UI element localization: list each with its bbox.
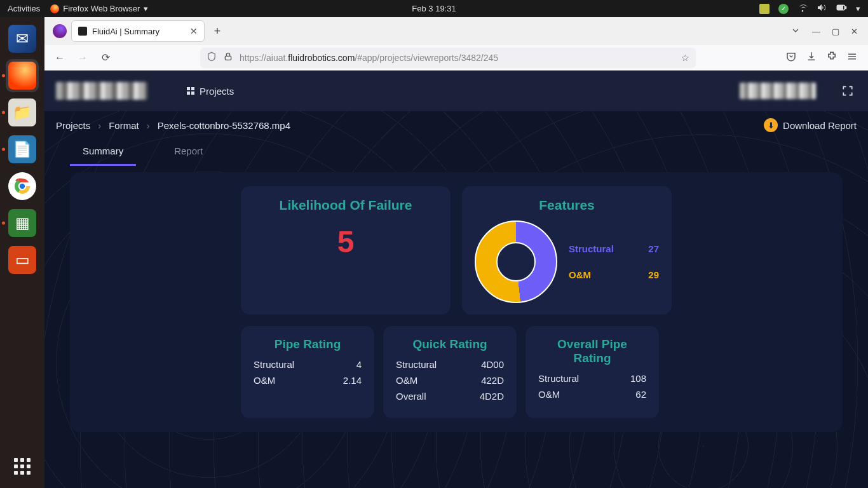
nav-projects[interactable]: Projects (187, 86, 234, 97)
close-window-icon[interactable]: ✕ (851, 27, 858, 36)
downloads-icon[interactable] (806, 51, 817, 65)
clock[interactable]: Feb 3 19:31 (412, 4, 456, 13)
pr-om-label: O&M (254, 375, 275, 386)
svg-rect-2 (838, 6, 843, 10)
grid-icon (187, 87, 194, 95)
tab-summary[interactable]: Summary (70, 139, 136, 166)
pocket-icon[interactable] (785, 51, 797, 65)
qr-om-value: 422D (481, 375, 504, 386)
qr-structural-label: Structural (396, 359, 437, 370)
nav-projects-label: Projects (200, 86, 234, 97)
lock-icon[interactable] (223, 51, 233, 64)
bookmark-star-icon[interactable]: ☆ (681, 53, 689, 63)
list-tabs-icon[interactable] (790, 25, 801, 37)
features-legend: Structural 27 O&M 29 (569, 243, 659, 280)
overall-rating-title: Overall Pipe Rating (538, 337, 646, 365)
shield-icon[interactable] (207, 51, 217, 64)
svg-rect-9 (848, 58, 856, 60)
tab-strip: FluidAi | Summary ✕ + — ▢ ✕ (44, 17, 868, 45)
likelihood-title: Likelihood Of Failure (254, 198, 438, 213)
chevron-right-icon: › (98, 120, 101, 131)
crumb-projects[interactable]: Projects (56, 120, 90, 131)
legend-structural-value: 27 (648, 243, 659, 254)
ubuntu-dock: ✉ 📁 📄 ▦ ▭ (0, 17, 44, 488)
activities-button[interactable]: Activities (8, 4, 40, 13)
volume-icon[interactable] (817, 3, 827, 15)
breadcrumb: Projects › Format › Pexels-cottonbro-553… (44, 111, 868, 139)
qr-om-label: O&M (396, 375, 417, 386)
page-tabs: Summary Report (44, 139, 868, 166)
extensions-icon[interactable] (826, 51, 837, 65)
legend-om-label: O&M (569, 269, 591, 280)
browser-tab[interactable]: FluidAi | Summary ✕ (71, 20, 205, 42)
svg-rect-7 (848, 53, 856, 55)
app-viewport: Projects Projects › Format › Pexels-cott… (44, 71, 868, 488)
dock-firefox[interactable] (6, 59, 39, 92)
pipe-rating-title: Pipe Rating (254, 337, 362, 351)
maximize-icon[interactable]: ▢ (832, 27, 839, 36)
chevron-down-icon[interactable]: ▾ (856, 4, 860, 13)
app-menu-icon[interactable] (846, 51, 858, 65)
svg-rect-1 (845, 7, 846, 9)
or-structural-label: Structural (538, 373, 579, 384)
forward-button: → (74, 49, 92, 67)
download-report-label: Download Report (783, 120, 857, 131)
likelihood-value: 5 (254, 224, 438, 259)
navigation-toolbar: ← → ⟳ https://aiuat.fluidrobotics.com/#a… (44, 45, 868, 71)
reload-button[interactable]: ⟳ (97, 49, 114, 67)
pr-om-value: 2.14 (343, 375, 362, 386)
quick-rating-card: Quick Rating Structural4D00 O&M422D Over… (383, 326, 517, 418)
qr-overall-value: 4D2D (480, 391, 504, 402)
or-om-label: O&M (538, 389, 560, 400)
battery-icon[interactable] (836, 2, 847, 15)
app-menu-label: Firefox Web Browser (63, 4, 140, 13)
svg-rect-6 (225, 56, 231, 60)
qr-structural-value: 4D00 (481, 359, 504, 370)
close-tab-icon[interactable]: ✕ (190, 26, 198, 36)
gnome-top-bar: Activities Firefox Web Browser ▾ Feb 3 1… (0, 0, 868, 17)
fullscreen-icon[interactable] (839, 82, 857, 100)
overall-rating-card: Overall Pipe Rating Structural108 O&M62 (526, 326, 659, 418)
url-text: https://aiuat.fluidrobotics.com/#app/pro… (240, 53, 498, 63)
show-applications[interactable] (10, 454, 35, 479)
pipe-rating-card: Pipe Rating Structural4 O&M2.14 (241, 326, 374, 418)
app-logo[interactable] (56, 82, 147, 100)
address-bar[interactable]: https://aiuat.fluidrobotics.com/#app/pro… (200, 48, 696, 68)
download-report-button[interactable]: ⬇ Download Report (764, 118, 857, 132)
new-tab-button[interactable]: + (208, 22, 226, 40)
pr-structural-value: 4 (356, 359, 362, 370)
cloud-download-icon: ⬇ (764, 118, 778, 132)
quick-rating-title: Quick Rating (396, 337, 504, 351)
features-donut-chart (475, 220, 557, 303)
crumb-format[interactable]: Format (109, 120, 139, 131)
user-menu[interactable] (740, 83, 816, 99)
dock-calc[interactable]: ▦ (6, 207, 39, 240)
note-tray-icon[interactable] (759, 4, 770, 14)
or-om-value: 62 (635, 389, 646, 400)
features-card: Features Structural 27 O&M 29 (462, 186, 672, 315)
back-button[interactable]: ← (51, 49, 69, 67)
summary-panel: Likelihood Of Failure 5 Features Structu… (70, 172, 843, 432)
dock-impress[interactable]: ▭ (6, 243, 39, 276)
app-menu[interactable]: Firefox Web Browser ▾ (50, 4, 148, 13)
chevron-down-icon: ▾ (144, 4, 148, 13)
update-ready-icon[interactable]: ✓ (778, 4, 789, 14)
dock-chrome[interactable] (6, 170, 39, 203)
dock-writer[interactable]: 📄 (6, 133, 39, 166)
dock-files[interactable]: 📁 (6, 96, 39, 129)
firefox-indicator-icon (50, 4, 59, 13)
tab-report[interactable]: Report (161, 139, 215, 166)
likelihood-card: Likelihood Of Failure 5 (241, 186, 451, 315)
or-structural-value: 108 (630, 373, 646, 384)
app-header: Projects (44, 71, 868, 111)
legend-structural-label: Structural (569, 243, 614, 254)
crumb-file[interactable]: Pexels-cottonbro-5532768.mp4 (158, 120, 290, 131)
tab-title: FluidAi | Summary (92, 27, 185, 36)
firefox-view-icon[interactable] (51, 22, 69, 40)
wifi-icon[interactable] (797, 3, 808, 15)
firefox-window: FluidAi | Summary ✕ + — ▢ ✕ ← → ⟳ https:… (44, 17, 868, 488)
features-title: Features (475, 198, 659, 213)
dock-thunderbird[interactable]: ✉ (6, 22, 39, 55)
qr-overall-label: Overall (396, 391, 426, 402)
minimize-icon[interactable]: — (812, 27, 820, 36)
